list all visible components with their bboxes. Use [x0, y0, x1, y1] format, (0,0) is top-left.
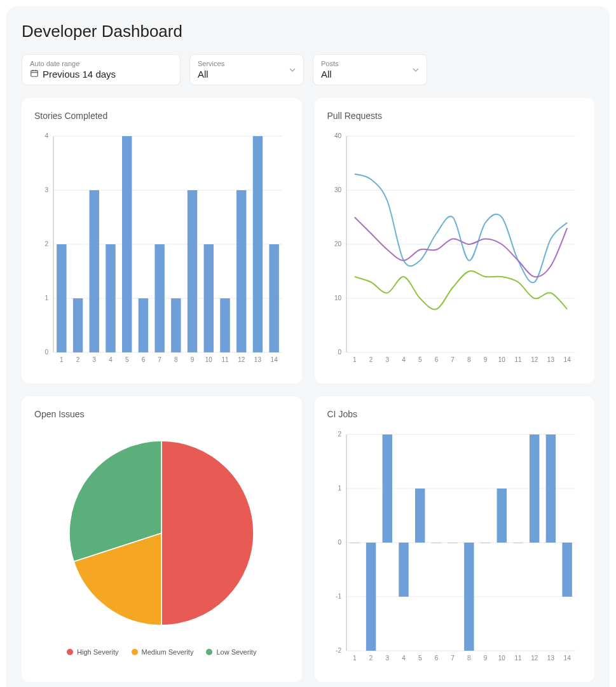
svg-rect-21 [106, 244, 115, 352]
pull-requests-line-chart: 0102030401234567891011121314 [327, 130, 582, 368]
svg-text:6: 6 [434, 655, 438, 662]
legend-label: Low Severity [216, 648, 256, 656]
svg-text:1: 1 [44, 295, 48, 302]
svg-text:13: 13 [547, 655, 554, 662]
svg-text:11: 11 [514, 356, 522, 363]
chevron-down-icon [413, 64, 419, 76]
svg-text:14: 14 [563, 655, 571, 662]
svg-text:3: 3 [385, 356, 389, 363]
svg-text:7: 7 [158, 356, 161, 363]
svg-text:11: 11 [514, 655, 522, 662]
card-title: Pull Requests [327, 111, 582, 121]
svg-text:2: 2 [76, 356, 80, 363]
svg-rect-0 [31, 71, 38, 76]
ci-jobs-bar-chart: -2-10121234567891011121314 [327, 428, 582, 667]
svg-text:3: 3 [385, 655, 389, 662]
legend-item-low: Low Severity [206, 648, 256, 656]
filter-label: Posts [321, 60, 419, 67]
svg-rect-15 [57, 244, 66, 352]
services-filter[interactable]: Services All [189, 54, 304, 85]
svg-text:10: 10 [498, 356, 505, 363]
filter-value: Previous 14 days [43, 69, 116, 80]
svg-text:10: 10 [334, 295, 341, 302]
svg-rect-27 [154, 244, 164, 352]
legend-item-medium: Medium Severity [132, 648, 194, 656]
svg-text:12: 12 [238, 356, 245, 363]
svg-text:1: 1 [338, 485, 341, 492]
chevron-down-icon [289, 64, 296, 76]
calendar-icon [30, 69, 39, 80]
legend-label: High Severity [77, 648, 118, 656]
svg-rect-95 [480, 543, 489, 543]
ci-card: CI Jobs -2-10121234567891011121314 [315, 396, 595, 682]
page-title: Developer Dashboard [22, 22, 594, 41]
svg-text:1: 1 [353, 655, 357, 662]
svg-rect-81 [366, 543, 375, 651]
card-title: Stories Completed [34, 111, 289, 121]
svg-text:-1: -1 [336, 593, 341, 600]
svg-text:1: 1 [353, 356, 357, 363]
svg-text:14: 14 [563, 356, 571, 363]
svg-text:11: 11 [221, 356, 229, 363]
svg-text:2: 2 [369, 655, 373, 662]
svg-rect-105 [562, 543, 572, 597]
svg-text:12: 12 [531, 655, 538, 662]
svg-text:14: 14 [271, 356, 278, 363]
svg-rect-101 [530, 434, 539, 543]
svg-rect-37 [236, 190, 246, 352]
pulls-card: Pull Requests 01020304012345678910111213… [315, 98, 595, 384]
stories-card: Stories Completed 0123412345678910111213… [22, 98, 302, 384]
svg-text:2: 2 [44, 240, 48, 247]
charts-grid: Stories Completed 0123412345678910111213… [22, 98, 594, 682]
pie-legend: High Severity Medium Severity Low Severi… [34, 648, 289, 656]
svg-text:40: 40 [334, 132, 341, 139]
svg-rect-89 [431, 543, 441, 543]
svg-text:9: 9 [191, 356, 195, 363]
svg-text:-2: -2 [336, 647, 341, 654]
svg-rect-93 [464, 543, 474, 651]
svg-text:6: 6 [142, 356, 146, 363]
card-title: Open Issues [34, 409, 289, 419]
filter-label: Auto date range [30, 60, 172, 67]
svg-text:3: 3 [44, 186, 48, 193]
svg-text:13: 13 [547, 356, 554, 363]
svg-text:4: 4 [402, 655, 406, 662]
svg-text:8: 8 [467, 356, 471, 363]
svg-text:4: 4 [109, 356, 113, 363]
svg-text:3: 3 [93, 356, 97, 363]
legend-dot-icon [206, 649, 212, 655]
svg-text:7: 7 [451, 356, 455, 363]
svg-rect-39 [253, 136, 263, 352]
svg-rect-99 [513, 543, 523, 543]
svg-text:5: 5 [125, 356, 129, 363]
svg-rect-25 [139, 298, 148, 352]
svg-rect-83 [382, 434, 392, 543]
svg-text:6: 6 [434, 356, 438, 363]
svg-text:4: 4 [402, 356, 406, 363]
svg-rect-23 [122, 136, 132, 352]
open-issues-pie-chart [34, 428, 289, 638]
svg-rect-17 [73, 298, 83, 352]
svg-text:20: 20 [334, 240, 341, 247]
svg-text:8: 8 [467, 655, 471, 662]
filter-value: All [321, 69, 332, 80]
date-range-filter[interactable]: Auto date range Previous 14 days [22, 54, 181, 85]
svg-rect-31 [188, 190, 197, 352]
svg-text:10: 10 [205, 356, 213, 363]
svg-text:0: 0 [338, 349, 341, 356]
filters-row: Auto date range Previous 14 days Service… [22, 54, 594, 85]
issues-card: Open Issues High Severity Medium Severit… [22, 396, 302, 682]
svg-text:1: 1 [60, 356, 64, 363]
svg-rect-97 [496, 489, 506, 543]
posts-filter[interactable]: Posts All [313, 54, 427, 85]
svg-rect-29 [171, 298, 181, 352]
svg-text:8: 8 [174, 356, 178, 363]
svg-text:30: 30 [334, 186, 341, 193]
svg-text:2: 2 [338, 431, 341, 438]
legend-item-high: High Severity [67, 648, 118, 656]
svg-rect-33 [204, 244, 214, 352]
svg-text:4: 4 [44, 132, 48, 139]
svg-rect-19 [90, 190, 99, 352]
legend-label: Medium Severity [142, 648, 194, 656]
svg-text:0: 0 [338, 539, 341, 546]
